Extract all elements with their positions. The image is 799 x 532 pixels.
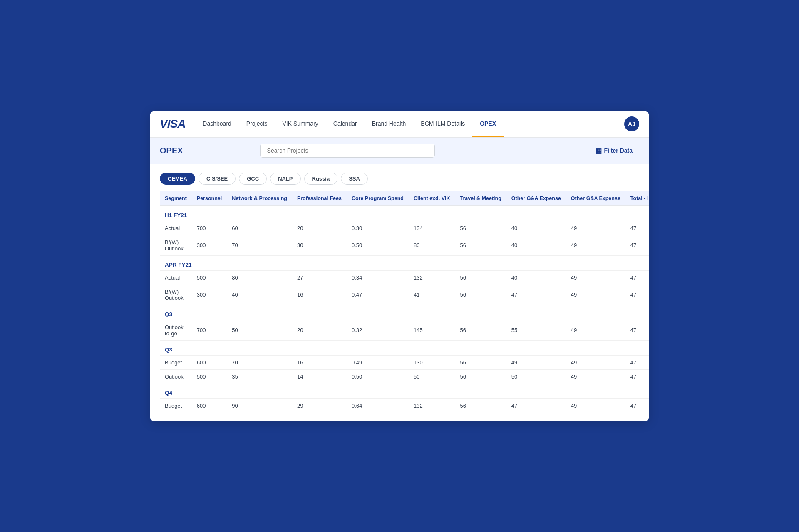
row-value: 0.64 — [347, 398, 409, 413]
row-value: 40 — [506, 221, 566, 235]
row-value: 40 — [506, 235, 566, 255]
row-value: 27 — [292, 270, 347, 285]
row-value: 49 — [566, 221, 625, 235]
nav-item-projects[interactable]: Projects — [239, 111, 275, 138]
row-value: 49 — [566, 285, 625, 305]
col-travel: Travel & Meeting — [455, 191, 506, 206]
row-label: B/(W) Outlook — [160, 285, 192, 305]
section-label: APR FY21 — [160, 255, 649, 270]
row-value: 20 — [292, 221, 347, 235]
row-value: 50 — [409, 369, 455, 384]
row-value: 600 — [192, 355, 227, 369]
avatar[interactable]: AJ — [624, 116, 639, 131]
nav-item-opex[interactable]: OPEX — [472, 111, 504, 138]
row-value: 145 — [409, 320, 455, 340]
table-section-header: Q4 — [160, 384, 649, 398]
row-value: 56 — [455, 369, 506, 384]
row-value: 0.50 — [347, 369, 409, 384]
nav-item-vik-summary[interactable]: VIK Summary — [275, 111, 325, 138]
row-value: 70 — [227, 355, 292, 369]
content-area: CEMEA CIS/SEE GCC NALP Russia SSA Segmen… — [150, 164, 649, 421]
filter-button[interactable]: ▦ Filter Data — [589, 144, 639, 158]
row-value: 500 — [192, 369, 227, 384]
tab-bar: CEMEA CIS/SEE GCC NALP Russia SSA — [160, 173, 639, 185]
main-card: VISA Dashboard Projects VIK Summary Cale… — [150, 111, 649, 421]
row-value: 47 — [625, 285, 649, 305]
tab-gcc[interactable]: GCC — [239, 173, 267, 185]
col-core-program: Core Program Spend — [347, 191, 409, 206]
col-prof-fees: Professional Fees — [292, 191, 347, 206]
tab-nalp[interactable]: NALP — [270, 173, 300, 185]
row-value: 49 — [566, 355, 625, 369]
tab-cis-see[interactable]: CIS/SEE — [199, 173, 236, 185]
row-value: 56 — [455, 398, 506, 413]
row-value: 55 — [506, 320, 566, 340]
nav-item-dashboard[interactable]: Dashboard — [195, 111, 239, 138]
table-row: Outlook to-go70050200.3214556554947 — [160, 320, 649, 340]
tab-ssa[interactable]: SSA — [341, 173, 368, 185]
row-value: 0.30 — [347, 221, 409, 235]
row-value: 0.49 — [347, 355, 409, 369]
row-value: 56 — [455, 235, 506, 255]
nav-item-brand-health[interactable]: Brand Health — [365, 111, 414, 138]
tab-russia[interactable]: Russia — [304, 173, 338, 185]
page-title: OPEX — [160, 146, 183, 156]
section-label: Q4 — [160, 384, 649, 398]
nav-bar: VISA Dashboard Projects VIK Summary Cale… — [150, 111, 649, 138]
row-value: 50 — [506, 369, 566, 384]
logo: VISA — [160, 117, 185, 131]
row-value: 20 — [292, 320, 347, 340]
table-row: Budget60090290.6413256474947 — [160, 398, 649, 413]
visa-logo-text: VISA — [160, 117, 185, 130]
section-label: Q3 — [160, 340, 649, 355]
row-label: Actual — [160, 270, 192, 285]
row-value: 40 — [227, 285, 292, 305]
row-value: 49 — [566, 270, 625, 285]
row-value: 49 — [506, 355, 566, 369]
col-segment: Segment — [160, 191, 192, 206]
row-label: Actual — [160, 221, 192, 235]
row-value: 14 — [292, 369, 347, 384]
col-other-ga2: Other G&A Expense — [566, 191, 625, 206]
row-value: 600 — [192, 398, 227, 413]
table-body: H1 FY21Actual70060200.3013456404947B/(W)… — [160, 206, 649, 413]
filter-icon: ▦ — [596, 147, 602, 155]
row-value: 56 — [455, 320, 506, 340]
table-row: Actual50080270.3413256404947 — [160, 270, 649, 285]
row-value: 130 — [409, 355, 455, 369]
row-value: 47 — [625, 235, 649, 255]
row-value: 500 — [192, 270, 227, 285]
row-value: 47 — [625, 355, 649, 369]
nav-item-calendar[interactable]: Calendar — [326, 111, 365, 138]
row-value: 56 — [455, 355, 506, 369]
row-value: 47 — [625, 270, 649, 285]
row-value: 300 — [192, 235, 227, 255]
row-value: 134 — [409, 221, 455, 235]
tab-cemea[interactable]: CEMEA — [160, 173, 195, 185]
row-value: 300 — [192, 285, 227, 305]
row-value: 40 — [506, 270, 566, 285]
table-row: B/(W) Outlook30040160.474156474947 — [160, 285, 649, 305]
row-value: 47 — [625, 320, 649, 340]
filter-label: Filter Data — [604, 147, 633, 154]
nav-item-bcm-ilm[interactable]: BCM-ILM Details — [413, 111, 472, 138]
col-client-exd: Client exd. VIK — [409, 191, 455, 206]
col-personnel: Personnel — [192, 191, 227, 206]
row-value: 47 — [506, 398, 566, 413]
table-row: Outlook50035140.505056504947 — [160, 369, 649, 384]
table-section-header: APR FY21 — [160, 255, 649, 270]
table-section-header: Q3 — [160, 305, 649, 320]
row-label: Outlook — [160, 369, 192, 384]
row-value: 49 — [566, 320, 625, 340]
row-value: 80 — [227, 270, 292, 285]
row-value: 16 — [292, 285, 347, 305]
search-input[interactable] — [260, 144, 435, 158]
table-row: Actual70060200.3013456404947 — [160, 221, 649, 235]
app-container: VISA Dashboard Projects VIK Summary Cale… — [150, 111, 649, 421]
row-label: Outlook to-go — [160, 320, 192, 340]
row-value: 132 — [409, 398, 455, 413]
row-value: 80 — [409, 235, 455, 255]
table-section-header: H1 FY21 — [160, 206, 649, 221]
row-value: 700 — [192, 320, 227, 340]
row-value: 56 — [455, 221, 506, 235]
